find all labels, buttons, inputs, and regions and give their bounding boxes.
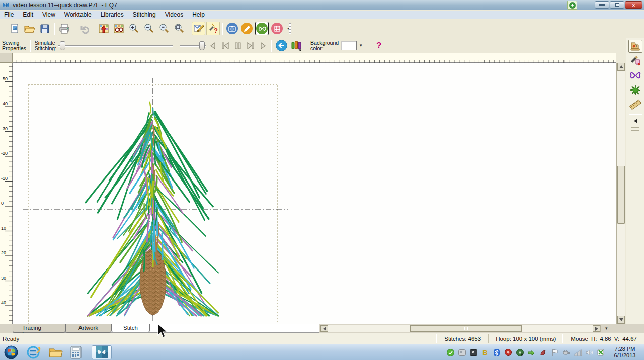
settings-tray-icon[interactable]: [458, 348, 466, 356]
stitch-speed-slider[interactable]: [180, 41, 206, 51]
view-sketchbook-button[interactable]: [112, 22, 126, 36]
horizontal-scrollbar[interactable]: [320, 325, 601, 332]
flag-icon[interactable]: [550, 348, 558, 356]
menu-libraries[interactable]: Libraries: [96, 11, 128, 19]
thread-palette-button[interactable]: [289, 39, 303, 53]
zoom-box-button[interactable]: [172, 22, 186, 36]
svg-text:10: 10: [1, 226, 6, 231]
background-color-swatch[interactable]: [341, 41, 357, 50]
panel-collapse-button[interactable]: [626, 118, 644, 125]
worktable-button[interactable]: [192, 22, 205, 35]
svg-text:-40: -40: [1, 101, 8, 106]
butterfly-tool[interactable]: [628, 69, 642, 82]
zoom-all-button[interactable]: [157, 22, 171, 36]
title-bar[interactable]: video lesson 11--quick draw.P7E - EQ7 x: [0, 0, 644, 10]
horizontal-scroll-thumb[interactable]: [410, 325, 522, 332]
bluetooth-icon[interactable]: [493, 348, 501, 356]
scroll-right-icon[interactable]: [593, 325, 600, 332]
main-toolbar: ?: [0, 19, 644, 38]
pause-button[interactable]: [231, 40, 244, 51]
zoom-in-button[interactable]: [127, 22, 141, 36]
save-icon: [39, 23, 50, 34]
save-to-sketchbook-button[interactable]: [97, 22, 111, 36]
calculator-launcher[interactable]: [66, 345, 86, 360]
menu-stitching[interactable]: Stitching: [128, 11, 160, 19]
minimize-button[interactable]: [595, 1, 609, 9]
eq7-taskbar-button[interactable]: [92, 345, 112, 359]
undo-button[interactable]: [77, 22, 91, 36]
go-end-button[interactable]: [244, 40, 257, 51]
stitch-mode-button[interactable]: [256, 23, 268, 34]
menu-edit[interactable]: Edit: [18, 11, 38, 19]
panel-grip[interactable]: [631, 126, 639, 133]
antivirus-icon[interactable]: [446, 348, 454, 356]
power-plug-icon[interactable]: [562, 348, 570, 356]
new-button[interactable]: [8, 22, 22, 36]
background-color-dropdown[interactable]: ▼: [357, 41, 365, 50]
zoom-box-icon: [173, 23, 185, 35]
start-button[interactable]: [0, 345, 22, 360]
restore-button[interactable]: [610, 1, 624, 9]
menu-bar: File Edit View Worktable Libraries Stitc…: [0, 11, 644, 19]
zoom-out-button[interactable]: [142, 22, 156, 36]
menu-help[interactable]: Help: [188, 11, 209, 19]
play-button[interactable]: [257, 40, 269, 51]
step-back-icon: [209, 42, 216, 49]
stitch-worktable-canvas[interactable]: [13, 63, 616, 324]
system-tray: B: [446, 344, 605, 360]
tab-stitch[interactable]: Stitch: [111, 324, 150, 332]
back-button[interactable]: [274, 39, 288, 53]
svg-text:-20: -20: [1, 151, 8, 156]
clock-time: 7:28 PM: [615, 346, 635, 352]
save-button[interactable]: [38, 22, 52, 36]
dynamic-help-button[interactable]: ?: [206, 22, 220, 35]
sewing-machine-tool[interactable]: [628, 40, 642, 53]
vertical-scroll-thumb[interactable]: [617, 166, 625, 224]
print-button[interactable]: [57, 22, 71, 36]
vertical-scrollbar[interactable]: [616, 63, 625, 324]
play-icon: [260, 42, 267, 49]
go-start-button[interactable]: [219, 40, 231, 51]
tab-artwork[interactable]: Artwork: [65, 324, 111, 333]
toolbar-grip[interactable]: [289, 23, 291, 34]
status-ready: Ready: [0, 336, 437, 342]
context-help-button[interactable]: ?: [372, 41, 385, 51]
tab-row: Tracing Image Artwork Stitch ▾: [0, 324, 644, 333]
open-button[interactable]: [23, 22, 37, 36]
explorer-launcher[interactable]: [44, 345, 66, 360]
scroll-left-icon[interactable]: [320, 325, 328, 332]
stitch-progress-slider[interactable]: [58, 41, 173, 51]
volume-icon[interactable]: [585, 348, 593, 356]
ruler-icon: [629, 99, 641, 111]
corner-collapse-icon[interactable]: ▾: [605, 326, 608, 331]
stitch-mode-selected: [255, 22, 269, 35]
bitdefender-icon[interactable]: B: [481, 348, 489, 356]
status-mouse: Mouse H:4.86 V:44.67: [563, 334, 644, 343]
thread-mode-button[interactable]: [271, 23, 283, 34]
ruler-tool[interactable]: [628, 98, 642, 111]
thread-brush-tool[interactable]: [628, 54, 642, 67]
explorer-icon: [48, 346, 63, 359]
vmware-icon[interactable]: [597, 348, 605, 356]
network-icon[interactable]: [574, 348, 582, 356]
close-button[interactable]: x: [625, 1, 642, 9]
scroll-down-icon[interactable]: [617, 316, 625, 324]
update-tray-icon[interactable]: [539, 348, 547, 356]
sync-tray-icon[interactable]: [527, 348, 535, 356]
scroll-up-icon[interactable]: [617, 63, 625, 71]
artwork-mode-button[interactable]: [241, 23, 253, 34]
sewing-properties-button[interactable]: SewingProperties: [0, 40, 28, 51]
disc-tray-icon[interactable]: [516, 348, 524, 356]
tab-tracing-image[interactable]: Tracing Image: [13, 324, 65, 333]
menu-videos[interactable]: Videos: [160, 11, 188, 19]
menu-worktable[interactable]: Worktable: [60, 11, 96, 19]
ie-launcher[interactable]: [22, 345, 44, 360]
tracing-image-mode-button[interactable]: [226, 23, 238, 34]
taskbar-clock[interactable]: 7:28 PM 6/1/2013: [608, 344, 642, 360]
leaf-tool[interactable]: [628, 83, 642, 97]
red-app-icon[interactable]: [504, 348, 512, 356]
menu-file[interactable]: File: [0, 11, 18, 19]
step-back-button[interactable]: [206, 40, 219, 51]
display-tray-icon[interactable]: [469, 348, 477, 356]
menu-view[interactable]: View: [38, 11, 60, 19]
